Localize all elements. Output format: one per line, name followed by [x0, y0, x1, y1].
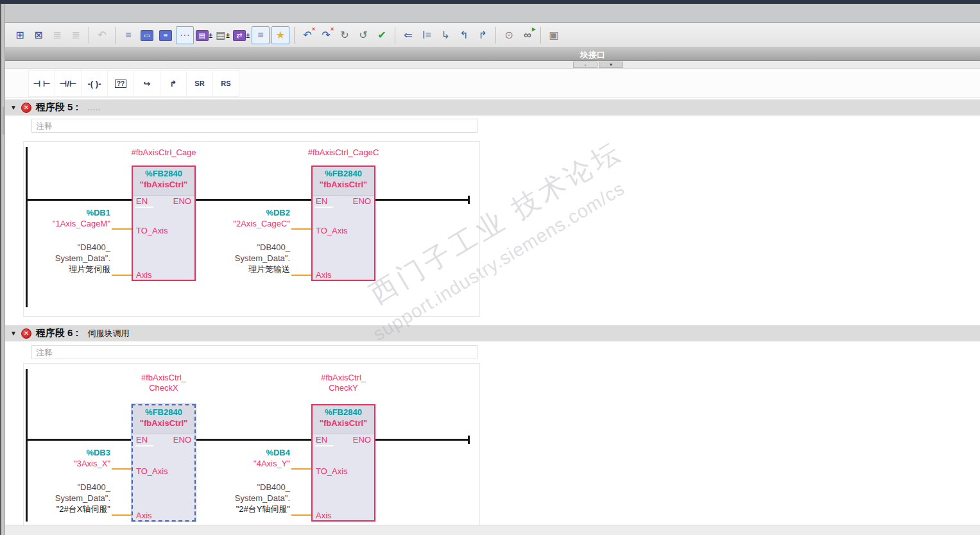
symbol-information-icon[interactable]: ⇄±	[233, 27, 250, 44]
insert-network-icon[interactable]: ⊞	[12, 27, 28, 44]
operand-to-axis[interactable]: %DB1 "1Axis_CageM"	[19, 207, 110, 229]
network-comment-display-icon[interactable]: ≡	[157, 27, 174, 44]
empty-box-button[interactable]: ??	[107, 70, 134, 97]
data-block-values-icon[interactable]: ▣	[546, 27, 562, 44]
lad-editor-window: ⊞⊠≣≣↶≡▭≡···▤±▤±⇄±≡★↶✕↷✕↻↺✔⇐I≡↳↰↱⊙∞▶▣ 块接口…	[0, 0, 980, 535]
insert-row-above-glyph: ≣	[53, 30, 61, 40]
contact-no-button[interactable]: ⊣ ⊢	[28, 70, 55, 97]
network-6-header[interactable]: ▼ ✕ 程序段 6 : 伺服块调用	[5, 325, 980, 342]
network-6-comment[interactable]: 注释	[31, 345, 477, 359]
favorites-bar: ⊣ ⊢⊣/⊢-( )-??↪↱SRRS	[5, 69, 980, 98]
hidden-parameter-display-icon[interactable]: ▤±	[214, 27, 231, 44]
display-format-icon[interactable]: ≡	[252, 26, 270, 44]
toggle-comments-icon[interactable]: ···	[176, 26, 194, 44]
collapse-triangle-icon[interactable]: ▼	[10, 104, 17, 111]
operand-axis[interactable]: "DB400_ System_Data". 理片笼输送	[193, 242, 290, 275]
network-number: 程序段 6 :	[36, 327, 79, 339]
pin-to-axis[interactable]: TO_Axis	[316, 226, 348, 235]
call-structure-icon[interactable]: ⇐	[400, 27, 417, 44]
network-5-header[interactable]: ▼ ✕ 程序段 5 : .....	[5, 99, 980, 116]
pin-eno[interactable]: ENO	[353, 197, 371, 205]
instance-name[interactable]: #fbAxisCtrl_ CheckX	[99, 373, 228, 393]
next-marker-glyph: ↱	[478, 30, 486, 40]
operand-to-axis[interactable]: %DB2 "2Axis_CageC"	[199, 207, 290, 229]
contact-nc-button[interactable]: ⊣/⊢	[55, 70, 82, 97]
dropdown-indicator[interactable]: ±	[246, 32, 250, 39]
pin-axis[interactable]: Axis	[136, 271, 152, 279]
test-monitor-icon[interactable]: ∞▶	[519, 27, 536, 44]
wire	[196, 199, 311, 201]
operand-to-axis[interactable]: %DB3 "3Axis_X"	[19, 447, 110, 469]
fb-call-block[interactable]: %FB2840 "fbAxisCtrl" EN ENO TO_Axis Axis	[132, 166, 196, 281]
operand-to-axis[interactable]: %DB4 "4Axis_Y"	[199, 447, 290, 469]
fb-call-block[interactable]: %FB2840 "fbAxisCtrl" EN ENO TO_Axis Axis	[311, 404, 375, 522]
fb-header: %FB2840 "fbAxisCtrl"	[133, 405, 194, 434]
operand-axis[interactable]: "DB400_ System_Data". 理片笼伺服	[13, 242, 110, 275]
consistency-check-icon[interactable]: ✔	[374, 27, 390, 44]
network-title[interactable]: 伺服块调用	[88, 328, 130, 339]
dropdown-indicator[interactable]: ±	[209, 32, 213, 39]
absolute-symbolic-operands-icon[interactable]: ≡	[120, 27, 137, 44]
interface-splitter: ▲ ▼	[5, 61, 980, 69]
pin-en[interactable]: EN	[136, 436, 148, 444]
keep-actual-values-icon: ↶	[94, 27, 110, 44]
update-interface-icon[interactable]: ↺	[355, 27, 372, 44]
network-5-comment[interactable]: 注释	[31, 119, 477, 133]
dropdown-indicator[interactable]: ±	[226, 32, 230, 39]
insert-network-glyph: ⊞	[15, 30, 24, 40]
find-in-block-icon[interactable]: ⊙	[501, 27, 517, 44]
toolbar-separator	[540, 27, 541, 44]
pin-axis[interactable]: Axis	[316, 511, 332, 520]
pin-to-axis[interactable]: TO_Axis	[316, 467, 348, 475]
pin-axis[interactable]: Axis	[136, 511, 152, 520]
pin-axis[interactable]: Axis	[316, 271, 332, 279]
operand-axis[interactable]: "DB400_ System_Data". "2#台X轴伺服"	[13, 482, 110, 514]
delete-network-icon[interactable]: ⊠	[30, 27, 47, 44]
close-branch-button[interactable]: ↱	[160, 70, 187, 97]
collapse-interface-button[interactable]: ▼	[599, 62, 623, 68]
rs-flipflop-button[interactable]: RS	[212, 70, 239, 97]
open-branch-button[interactable]: ↪	[133, 70, 160, 97]
favorites-display-icon[interactable]: ★	[271, 26, 289, 44]
call-environment-icon[interactable]: I≡	[418, 27, 435, 44]
contact-nc-icon: ⊣/⊢	[59, 79, 76, 89]
pin-en[interactable]: EN	[136, 197, 148, 205]
update-block-call-icon[interactable]: ↻	[336, 27, 353, 44]
previous-error-icon[interactable]: ↶✕	[299, 27, 316, 44]
next-marker-icon[interactable]: ↱	[474, 27, 491, 44]
pin-eno[interactable]: ENO	[173, 197, 191, 205]
instance-name[interactable]: #fbAxisCtrl_Cage	[99, 148, 228, 158]
pin-en[interactable]: EN	[316, 436, 327, 444]
assignment-list-icon[interactable]: ↳	[437, 27, 454, 44]
pin-eno[interactable]: ENO	[353, 436, 371, 444]
wire	[375, 439, 470, 441]
expand-interface-button[interactable]: ▲	[573, 62, 597, 68]
en-underline	[315, 445, 333, 446]
network-comment-display-glyph: ≡	[159, 30, 172, 41]
pin-eno[interactable]: ENO	[173, 436, 191, 444]
fb-header: %FB2840 "fbAxisCtrl"	[313, 167, 374, 196]
network-title[interactable]: .....	[88, 104, 101, 112]
next-error-glyph: ↷	[322, 30, 330, 40]
instance-name[interactable]: #fbAxisCtrl_ CheckY	[279, 373, 408, 393]
pin-to-axis[interactable]: TO_Axis	[136, 226, 168, 235]
network-title-display-icon[interactable]: ▭	[139, 27, 155, 44]
contact-no-icon: ⊣ ⊢	[33, 79, 50, 89]
fb-call-block[interactable]: %FB2840 "fbAxisCtrl" EN ENO TO_Axis Axis	[311, 166, 375, 281]
operand-wire	[112, 275, 132, 276]
pin-en[interactable]: EN	[316, 197, 327, 205]
sr-flipflop-button[interactable]: SR	[186, 70, 213, 97]
toolbar-separator	[294, 27, 295, 44]
collapse-triangle-icon[interactable]: ▼	[10, 330, 17, 337]
box-parameter-display-icon[interactable]: ▤±	[196, 27, 212, 44]
previous-marker-icon[interactable]: ↰	[456, 27, 472, 44]
splitter-grip[interactable]	[3, 106, 5, 135]
coil-button[interactable]: -( )-	[81, 70, 108, 97]
instance-name[interactable]: #fbAxisCtrl_CageC	[279, 148, 408, 158]
left-splitter-rail[interactable]	[0, 4, 5, 535]
pin-to-axis[interactable]: TO_Axis	[136, 467, 168, 475]
fb-call-block-selected[interactable]: %FB2840 "fbAxisCtrl" EN ENO TO_Axis Axis	[132, 404, 196, 522]
en-underline	[315, 207, 333, 208]
operand-axis[interactable]: "DB400_ System_Data". "2#台Y轴伺服"	[193, 482, 290, 514]
next-error-icon[interactable]: ↷✕	[318, 27, 334, 44]
